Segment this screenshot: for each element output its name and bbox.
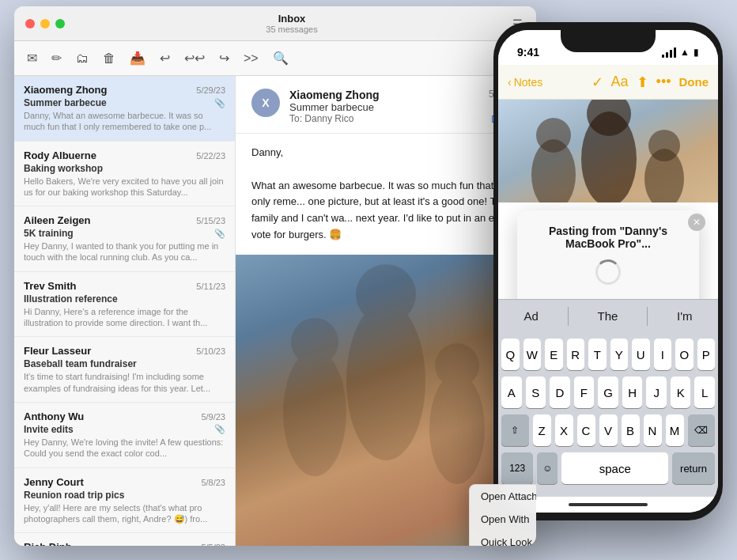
sender-5: Anthony Wu <box>24 411 84 422</box>
date-1: 5/22/23 <box>196 151 225 161</box>
key-delete[interactable]: ⌫ <box>688 414 716 446</box>
date-6: 5/8/23 <box>201 478 225 487</box>
notes-back-button[interactable]: ‹ Notes <box>508 76 542 89</box>
context-menu: Open Attachment Open With › Quick Look A… <box>469 484 536 546</box>
notes-more-icon[interactable]: ••• <box>656 74 671 90</box>
reply-all-icon[interactable]: ↩↩ <box>184 51 205 66</box>
key-R[interactable]: R <box>567 339 585 370</box>
key-A[interactable]: A <box>501 376 522 408</box>
email-attachment-image: Open Attachment Open With › Quick Look A… <box>236 255 536 546</box>
iphone-screen: 9:41 ▲ ▮ ‹ Notes ✓ Aa ⬆ <box>498 30 718 513</box>
key-Y[interactable]: Y <box>610 339 629 370</box>
preview-1: Hello Bakers, We're very excited to have… <box>24 176 225 199</box>
context-open-with[interactable]: Open With › <box>470 508 536 531</box>
paste-close-button[interactable]: ✕ <box>688 214 705 231</box>
key-B[interactable]: B <box>622 414 640 446</box>
key-space[interactable]: space <box>561 452 668 484</box>
keyboard-row-4: 123 ☺ space return <box>501 452 715 484</box>
email-body: Danny, What an awesome barbecue. It was … <box>236 134 536 255</box>
email-item-2[interactable]: Aileen Zeigen 5/15/23 5K training 📎 Hey … <box>14 206 235 272</box>
key-D[interactable]: D <box>550 376 570 408</box>
autocomplete-2[interactable]: I'm <box>671 306 699 326</box>
notes-format-icon[interactable]: Aa <box>611 74 629 90</box>
key-G[interactable]: G <box>598 376 618 408</box>
key-E[interactable]: E <box>545 339 563 370</box>
key-X[interactable]: X <box>555 414 573 446</box>
svg-point-5 <box>435 343 479 388</box>
key-P[interactable]: P <box>697 339 716 370</box>
autocomplete-sep-2 <box>647 307 648 326</box>
preview-6: Hey, y'all! Here are my selects (that's … <box>24 502 225 525</box>
context-open-attachment[interactable]: Open Attachment <box>470 485 536 508</box>
key-Z[interactable]: Z <box>533 414 551 446</box>
back-chevron-icon: ‹ <box>508 76 512 89</box>
email-to-line: To: Danny Rico <box>289 113 479 124</box>
notes-done-button[interactable]: Done <box>679 75 709 89</box>
minimize-button[interactable] <box>40 19 50 28</box>
archive-icon[interactable]: 📥 <box>130 51 146 66</box>
key-U[interactable]: U <box>632 339 650 370</box>
key-123[interactable]: 123 <box>501 452 533 484</box>
sender-3: Trev Smith <box>24 280 76 292</box>
email-item-0[interactable]: Xiaomeng Zhong 5/29/23 Summer barbecue 📎… <box>14 76 235 142</box>
email-from: Xiaomeng Zhong <box>289 89 479 101</box>
key-N[interactable]: N <box>644 414 662 446</box>
key-S[interactable]: S <box>526 376 546 408</box>
email-item-5[interactable]: Anthony Wu 5/9/23 Invite edits 📎 Hey Dan… <box>14 403 235 468</box>
notes-checklist-icon[interactable]: ✓ <box>591 74 603 91</box>
key-T[interactable]: T <box>588 339 607 370</box>
keyboard-row-1: Q W E R T Y U I O P <box>501 339 715 370</box>
reply-icon[interactable]: ↩ <box>160 51 170 66</box>
new-message-icon[interactable]: ✉ <box>27 51 37 66</box>
key-C[interactable]: C <box>577 414 595 446</box>
key-H[interactable]: H <box>622 376 643 408</box>
email-item-3[interactable]: Trev Smith 5/11/23 Illustration referenc… <box>14 272 235 338</box>
key-I[interactable]: I <box>654 339 672 370</box>
date-0: 5/29/23 <box>196 85 225 95</box>
key-L[interactable]: L <box>694 376 715 408</box>
delete-icon[interactable]: 🗑 <box>103 51 115 66</box>
subject-4: Baseball team fundraiser <box>24 358 137 369</box>
key-M[interactable]: M <box>666 414 684 446</box>
key-O[interactable]: O <box>675 339 694 370</box>
body-text: What an awesome barbecue. It was so much… <box>251 178 520 244</box>
more-actions-icon[interactable]: >> <box>244 51 259 66</box>
key-F[interactable]: F <box>574 376 595 408</box>
iphone-keyboard: Q W E R T Y U I O P A S D F G H J K L <box>498 332 718 497</box>
key-shift[interactable]: ⇧ <box>501 414 529 446</box>
maximize-button[interactable] <box>55 19 65 28</box>
email-item-4[interactable]: Fleur Lasseur 5/10/23 Baseball team fund… <box>14 337 235 403</box>
key-Q[interactable]: Q <box>501 339 520 370</box>
key-K[interactable]: K <box>671 376 691 408</box>
sender-4: Fleur Lasseur <box>24 345 91 357</box>
notes-nav-bar: ‹ Notes ✓ Aa ⬆ ••• Done <box>498 65 718 100</box>
email-subject-detail: Summer barbecue <box>289 101 479 113</box>
context-quick-look[interactable]: Quick Look Attachment <box>470 531 536 546</box>
notes-share-icon[interactable]: ⬆ <box>637 74 648 91</box>
svg-point-0 <box>283 350 346 476</box>
forward-icon[interactable]: ↪ <box>219 51 229 66</box>
traffic-lights <box>25 19 65 28</box>
autocomplete-1[interactable]: The <box>591 306 624 326</box>
email-item-1[interactable]: Rody Albuerne 5/22/23 Baking workshop He… <box>14 142 235 207</box>
email-item-6[interactable]: Jenny Court 5/8/23 Reunion road trip pic… <box>14 468 235 534</box>
body-salutation: Danny, <box>251 145 520 161</box>
key-W[interactable]: W <box>523 339 542 370</box>
move-trash-icon[interactable]: 🗂 <box>76 51 89 66</box>
iphone-device: 9:41 ▲ ▮ ‹ Notes ✓ Aa ⬆ <box>493 22 723 520</box>
key-return[interactable]: return <box>672 452 715 484</box>
key-V[interactable]: V <box>599 414 618 446</box>
sender-7: Rich Dinh <box>24 541 72 546</box>
autocomplete-0[interactable]: Ad <box>517 306 544 326</box>
date-3: 5/11/23 <box>196 282 225 291</box>
key-J[interactable]: J <box>646 376 667 408</box>
window-title-area: Inbox 35 messages <box>74 13 509 34</box>
toolbar: ✉ ✏ 🗂 🗑 📥 ↩ ↩↩ ↪ >> 🔍 <box>14 41 536 76</box>
compose-icon[interactable]: ✏ <box>51 51 62 66</box>
email-item-7[interactable]: Rich Dinh 5/5/23 Trip to Zion National P… <box>14 533 235 546</box>
search-icon[interactable]: 🔍 <box>273 51 289 66</box>
wifi-icon: ▲ <box>680 47 690 58</box>
window-title: Inbox <box>74 13 509 25</box>
key-emoji[interactable]: ☺ <box>537 452 557 484</box>
close-button[interactable] <box>25 19 35 28</box>
